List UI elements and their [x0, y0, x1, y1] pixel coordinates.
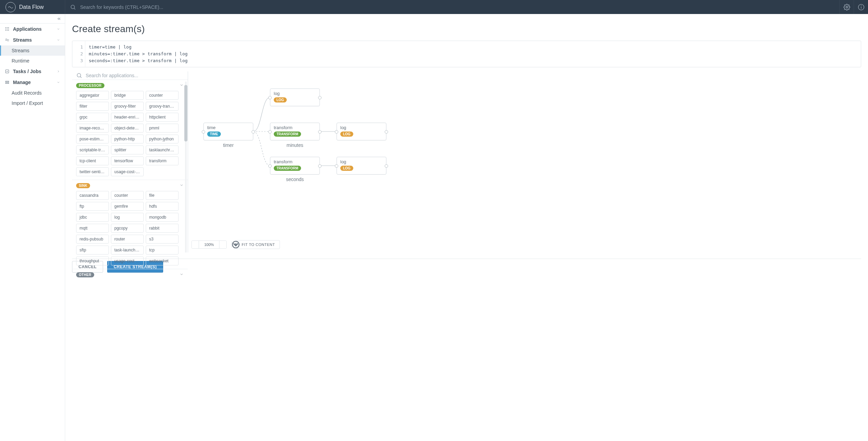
palette-section-sink[interactable]: SINK [72, 180, 188, 191]
svg-point-2 [846, 6, 848, 8]
svg-point-5 [861, 5, 861, 6]
palette-chip-tcp-client[interactable]: tcp-client [76, 156, 109, 165]
palette-chip-pose-estimation[interactable]: pose-estimation [76, 135, 109, 143]
settings-button[interactable] [839, 0, 854, 14]
palette-search[interactable] [72, 71, 188, 80]
sidebar-collapse-button[interactable] [0, 14, 65, 24]
palette-chip-python-http[interactable]: python-http [111, 135, 144, 143]
chevron-double-left-icon [57, 16, 61, 21]
node-output-port[interactable] [385, 130, 388, 134]
chevron-down-icon [180, 83, 184, 87]
search-icon [70, 4, 76, 10]
palette-chip-python-jython[interactable]: python-jython [146, 135, 179, 143]
editor-code[interactable]: timer=time | log minutes=:timer.time > t… [85, 41, 191, 67]
flow-link [253, 97, 270, 132]
flow-node-n5[interactable]: transformTRANSFORM [270, 157, 320, 175]
palette-chip-router[interactable]: router [111, 235, 144, 244]
node-input-port[interactable] [268, 130, 272, 134]
palette-chip-image-recognition[interactable]: image-recognition [76, 124, 109, 133]
svg-point-12 [5, 30, 6, 31]
palette-chip-bridge[interactable]: bridge [111, 91, 144, 100]
svg-point-9 [5, 29, 6, 29]
node-output-port[interactable] [318, 96, 322, 99]
palette-chip-hdfs[interactable]: hdfs [146, 202, 179, 211]
palette-chip-jdbc[interactable]: jdbc [76, 213, 109, 222]
palette-chip-transform[interactable]: transform [146, 156, 179, 165]
scrollbar-thumb[interactable] [184, 85, 187, 141]
global-search[interactable] [65, 4, 839, 10]
palette-chip-grpc[interactable]: grpc [76, 113, 109, 122]
palette-chip-redis-pubsub[interactable]: redis-pubsub [76, 235, 109, 244]
palette-chip-sftp[interactable]: sftp [76, 246, 109, 254]
dsl-editor[interactable]: 123 timer=time | log minutes=:timer.time… [72, 41, 861, 67]
flow-node-n2[interactable]: timeTIME [203, 123, 253, 140]
palette-chip-tcp[interactable]: tcp [146, 246, 179, 254]
palette-chip-gemfire[interactable]: gemfire [111, 202, 144, 211]
palette-chip-object-detection[interactable]: object-detection [111, 124, 144, 133]
node-output-port[interactable] [252, 130, 255, 134]
palette-chip-groovy-filter[interactable]: groovy-filter [111, 102, 144, 111]
sidebar-sub-audit-records[interactable]: Audit Records [0, 88, 65, 98]
palette-chip-websocket[interactable]: websocket [146, 257, 179, 265]
palette-chip-throughput[interactable]: throughput [76, 257, 109, 265]
palette-chip-twitter-sentiment[interactable]: twitter-sentiment [76, 167, 109, 176]
sidebar-item-tasks-jobs[interactable]: Tasks / Jobs [0, 66, 65, 77]
node-output-port[interactable] [385, 164, 388, 168]
zoom-in-button[interactable] [219, 241, 226, 248]
palette-chip-pmml[interactable]: pmml [146, 124, 179, 133]
flow-node-n6[interactable]: logLOG [337, 157, 386, 175]
palette-chip-s3[interactable]: s3 [146, 235, 179, 244]
global-search-input[interactable] [80, 4, 835, 10]
palette-chip-aggregator[interactable]: aggregator [76, 91, 109, 100]
palette-chip-rabbit[interactable]: rabbit [146, 224, 179, 233]
palette-chip-filter[interactable]: filter [76, 102, 109, 111]
flow-node-n3[interactable]: transformTRANSFORM [270, 123, 320, 140]
palette-section-other[interactable]: OTHER [72, 269, 188, 280]
palette-chip-splitter[interactable]: splitter [111, 146, 144, 154]
palette-chip-scriptable-transform[interactable]: scriptable-transform [76, 146, 109, 154]
palette-chip-cassandra[interactable]: cassandra [76, 191, 109, 200]
node-output-port[interactable] [318, 130, 322, 134]
palette-chip-tasklaunchrequest[interactable]: tasklaunchrequest [146, 146, 179, 154]
palette-chip-header-enricher[interactable]: header-enricher [111, 113, 144, 122]
node-input-port[interactable] [202, 130, 205, 134]
sidebar-sub-streams[interactable]: Streams [0, 45, 65, 56]
sidebar-sub-import-export[interactable]: Import / Export [0, 98, 65, 108]
node-input-port[interactable] [268, 96, 272, 99]
flow-link [253, 132, 270, 166]
palette-chip-usage-cost-processor[interactable]: usage-cost-processor [111, 167, 144, 176]
palette-chip-log[interactable]: log [111, 213, 144, 222]
palette-section-processor[interactable]: PROCESSOR [72, 80, 188, 91]
flow-canvas[interactable]: 100% FIT TO CONTENT logLOGtimeTIMEtimert… [188, 71, 861, 252]
node-input-port[interactable] [268, 164, 272, 168]
palette-chip-tensorflow[interactable]: tensorflow [111, 156, 144, 165]
svg-point-7 [7, 27, 7, 28]
node-output-port[interactable] [318, 164, 322, 168]
flow-node-n1[interactable]: logLOG [270, 88, 320, 106]
palette-chip-file[interactable]: file [146, 191, 179, 200]
flow-node-n4[interactable]: logLOG [337, 123, 386, 140]
palette-chip-ftp[interactable]: ftp [76, 202, 109, 211]
node-input-port[interactable] [335, 130, 338, 134]
palette-chip-counter[interactable]: counter [146, 91, 179, 100]
palette-chip-task-launcher-dataflow[interactable]: task-launcher-dataflow [111, 246, 144, 254]
info-button[interactable] [854, 0, 868, 14]
palette-chip-counter[interactable]: counter [111, 191, 144, 200]
svg-point-6 [5, 27, 6, 28]
palette-search-input[interactable] [85, 72, 184, 79]
palette-chip-pgcopy[interactable]: pgcopy [111, 224, 144, 233]
palette-chip-mongodb[interactable]: mongodb [146, 213, 179, 222]
sidebar-item-streams[interactable]: Streams [0, 35, 65, 45]
sidebar-item-manage[interactable]: Manage [0, 77, 65, 88]
svg-point-10 [7, 29, 7, 29]
palette-chip-httpclient[interactable]: httpclient [146, 113, 179, 122]
search-icon [76, 72, 82, 79]
node-input-port[interactable] [335, 164, 338, 168]
sidebar-item-applications[interactable]: Applications [0, 24, 65, 35]
palette-chip-mqtt[interactable]: mqtt [76, 224, 109, 233]
palette-scrollbar[interactable] [184, 82, 188, 252]
palette-chip-usage-cost-logger[interactable]: usage-cost-logger [111, 257, 144, 265]
sidebar-sub-runtime[interactable]: Runtime [0, 56, 65, 66]
gear-icon [843, 4, 850, 11]
palette-chip-groovy-transform[interactable]: groovy-transform [146, 102, 179, 111]
